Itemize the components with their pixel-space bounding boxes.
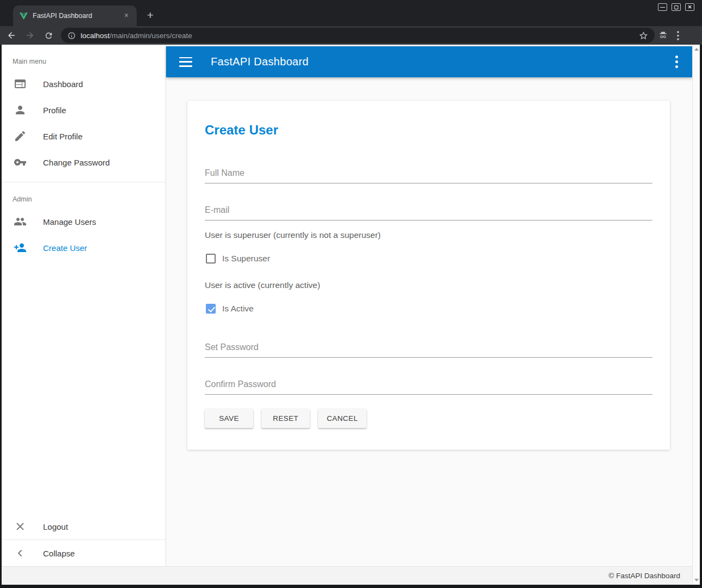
sidebar-item-label: Create User [43, 243, 87, 253]
url-text[interactable]: localhost/main/admin/users/create [81, 32, 639, 40]
full-name-field [205, 168, 652, 183]
incognito-icon [658, 31, 668, 40]
address-bar[interactable]: localhost/main/admin/users/create [61, 28, 655, 43]
forward-icon[interactable] [23, 28, 37, 42]
sidebar-item-create-user[interactable]: Create User [2, 235, 166, 261]
hamburger-menu-icon[interactable] [179, 57, 192, 67]
page-scrollbar[interactable] [692, 45, 700, 585]
appbar: FastAPI Dashboard [166, 46, 692, 77]
sidebar-item-label: Change Password [43, 158, 110, 167]
sidebar-item-manage-users[interactable]: Manage Users [2, 209, 166, 235]
page-title: Create User [205, 122, 278, 138]
is-superuser-label: Is Superuser [222, 254, 270, 264]
sidebar-item-label: Collapse [43, 549, 75, 558]
vue-favicon-icon [20, 13, 28, 20]
confirm-password-field [205, 379, 652, 395]
is-active-checkbox[interactable] [206, 304, 216, 314]
sidebar-item-profile[interactable]: Profile [2, 97, 166, 123]
dashboard-icon [14, 77, 27, 90]
is-superuser-checkbox[interactable] [206, 254, 216, 264]
reset-button[interactable]: RESET [261, 409, 310, 428]
browser-menu-icon[interactable] [677, 31, 679, 40]
appbar-menu-icon[interactable] [675, 56, 678, 68]
appbar-title: FastAPI Dashboard [211, 56, 309, 68]
superuser-hint: User is superuser (currently is not a su… [205, 230, 381, 240]
sidebar-section-admin: Admin [2, 182, 166, 209]
person-add-icon [14, 241, 27, 254]
copyright-text: © FastAPI Dashboard [608, 572, 680, 580]
person-icon [14, 103, 27, 117]
back-icon[interactable] [4, 28, 19, 42]
sidebar-item-label: Manage Users [43, 217, 96, 226]
save-button[interactable]: SAVE [205, 409, 253, 428]
site-info-icon[interactable] [68, 32, 76, 40]
sidebar-item-edit-profile[interactable]: Edit Profile [2, 123, 166, 149]
sidebar-item-label: Profile [43, 106, 66, 115]
set-password-input[interactable] [205, 342, 652, 358]
set-password-field [205, 342, 652, 358]
full-name-input[interactable] [205, 168, 652, 183]
is-superuser-checkbox-row[interactable]: Is Superuser [206, 254, 270, 264]
pencil-icon [14, 130, 27, 143]
tab-title: FastAPI Dashboard [33, 12, 121, 20]
key-icon [14, 156, 27, 169]
new-tab-button[interactable]: + [143, 8, 157, 22]
page-content: Main menu Dashboard Profile Edit Profile… [2, 45, 700, 585]
tab-close-icon[interactable]: × [121, 11, 131, 21]
sidebar-item-change-password[interactable]: Change Password [2, 149, 166, 175]
sidebar-item-label: Dashboard [43, 79, 83, 89]
people-icon [14, 215, 27, 228]
email-input[interactable] [205, 205, 652, 220]
sidebar: Main menu Dashboard Profile Edit Profile… [2, 45, 166, 566]
close-icon [14, 520, 27, 533]
scrollbar-down-icon[interactable] [694, 579, 699, 581]
sidebar-section-main-menu: Main menu [2, 45, 166, 71]
active-hint: User is active (currently active) [205, 280, 320, 290]
cancel-button[interactable]: CANCEL [318, 409, 367, 428]
sidebar-item-logout[interactable]: Logout [2, 513, 166, 540]
window-minimize-button[interactable]: — [658, 3, 667, 11]
chevron-left-icon [14, 547, 27, 560]
window-maximize-button[interactable]: ▢ [672, 3, 681, 11]
browser-tab[interactable]: FastAPI Dashboard × [13, 5, 137, 26]
sidebar-item-collapse[interactable]: Collapse [2, 540, 166, 566]
sidebar-item-label: Edit Profile [43, 132, 83, 141]
scrollbar-up-icon[interactable] [694, 48, 699, 51]
window-close-button[interactable]: ✕ [685, 3, 694, 11]
browser-titlebar: FastAPI Dashboard × + — ▢ ✕ [0, 0, 702, 26]
form-buttons: SAVE RESET CANCEL [205, 409, 367, 428]
page-footer: © FastAPI Dashboard [2, 566, 692, 585]
is-active-checkbox-row[interactable]: Is Active [206, 304, 254, 314]
is-active-label: Is Active [222, 304, 254, 314]
bookmark-star-icon[interactable] [639, 31, 648, 40]
confirm-password-input[interactable] [205, 379, 652, 395]
sidebar-item-label: Logout [43, 522, 68, 531]
browser-toolbar: localhost/main/admin/users/create [0, 26, 702, 45]
sidebar-item-dashboard[interactable]: Dashboard [2, 71, 166, 97]
create-user-card: Create User User is superuser (currently… [187, 101, 670, 450]
email-field [205, 205, 652, 220]
reload-icon[interactable] [41, 28, 56, 42]
